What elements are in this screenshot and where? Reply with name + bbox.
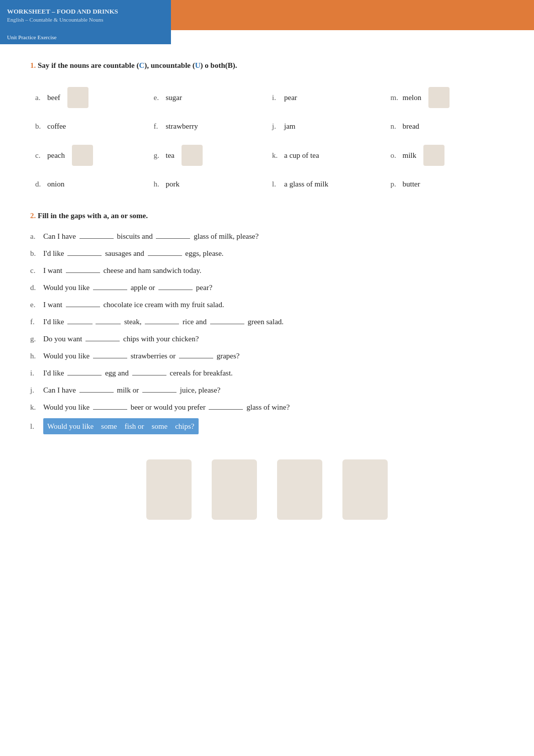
blank-i1 — [67, 367, 102, 375]
ex2-letter-j: j. — [30, 384, 43, 396]
section1-instruction: Say if the nouns are countable (C), unco… — [38, 61, 237, 69]
food-img-block-1 — [146, 459, 192, 520]
food-img-1 — [146, 459, 192, 520]
ex1-word-p: butter — [403, 180, 420, 188]
sub-header: Unit Practice Exercise — [0, 30, 171, 44]
ex2-item-i: i. I'd like egg and cereals for breakfas… — [30, 367, 504, 379]
ex1-word-g: tea — [166, 151, 174, 160]
ex1-item-a: a. beef — [30, 80, 149, 115]
ex1-item-l: l. a glass of milk — [267, 173, 386, 196]
ex1-img-m — [428, 87, 450, 108]
ex1-item-g: g. tea — [149, 138, 268, 173]
ex1-word-d: onion — [47, 180, 64, 188]
ex1-letter-b: b. — [35, 122, 44, 131]
food-img-3 — [277, 459, 322, 520]
header-left: WORKSHEET – FOOD AND DRINKS English – Co… — [0, 0, 171, 30]
ex1-item-b: b. coffee — [30, 115, 149, 138]
blank-d2 — [158, 282, 193, 290]
blank-j1 — [79, 385, 114, 393]
ex2-item-l: l. Would you like some fish or some chip… — [30, 418, 504, 434]
food-img-block-3 — [277, 459, 322, 520]
ex1-letter-i: i. — [272, 93, 281, 102]
ex2-text-g: Do you want chips with your chicken? — [43, 333, 199, 345]
ex2-letter-i: i. — [30, 367, 43, 379]
sub-header-text: Unit Practice Exercise — [7, 34, 56, 40]
ex1-letter-p: p. — [391, 180, 400, 188]
section2-instruction: Fill in the gaps with a, an or some. — [38, 212, 148, 220]
ex1-letter-l: l. — [272, 180, 281, 188]
ex1-item-c: c. peach — [30, 138, 149, 173]
ex2-item-j: j. Can I have milk or juice, please? — [30, 384, 504, 396]
ex2-letter-e: e. — [30, 299, 43, 311]
ex1-word-m: melon — [403, 93, 422, 102]
ex2-letter-f: f. — [30, 316, 43, 328]
blank-a1 — [79, 231, 114, 239]
main-content: 1. Say if the nouns are countable (C), u… — [0, 50, 534, 550]
ex2-item-k: k. Would you like beer or would you pref… — [30, 401, 504, 413]
ex1-letter-j: j. — [272, 122, 281, 131]
ex2-letter-d: d. — [30, 281, 43, 294]
ex1-letter-h: h. — [154, 180, 163, 188]
blank-k2 — [209, 402, 243, 410]
ex1-item-p: p. butter — [386, 173, 504, 196]
ex2-item-b: b. I'd like sausages and eggs, please. — [30, 247, 504, 259]
blank-k1 — [93, 402, 127, 410]
ex1-word-b: coffee — [47, 122, 66, 131]
header-title: WORKSHEET – FOOD AND DRINKS — [7, 8, 164, 16]
food-images-section — [30, 449, 504, 530]
ex1-word-f: strawberry — [166, 122, 198, 131]
ex2-letter-l: l. — [30, 420, 43, 432]
ex2-letter-h: h. — [30, 350, 43, 362]
ex1-item-f: f. strawberry — [149, 115, 268, 138]
ex1-item-i: i. pear — [267, 80, 386, 115]
ex1-item-m: m. melon — [386, 80, 504, 115]
ex1-img-g — [182, 145, 203, 166]
ex2-letter-c: c. — [30, 264, 43, 276]
ex1-item-d: d. onion — [30, 173, 149, 196]
ex1-letter-m: m. — [391, 93, 400, 102]
ex1-word-c: peach — [47, 151, 65, 160]
ex2-letter-a: a. — [30, 230, 43, 242]
ex2-letter-b: b. — [30, 247, 43, 259]
ex2-text-k: Would you like beer or would you prefer … — [43, 401, 290, 413]
ex1-item-n: n. bread — [386, 115, 504, 138]
section2-title: 2. Fill in the gaps with a, an or some. — [30, 211, 504, 221]
blank-d1 — [93, 282, 127, 290]
ex2-text-a: Can I have biscuits and glass of milk, p… — [43, 230, 258, 242]
ex1-letter-e: e. — [154, 93, 163, 102]
section2-list: a. Can I have biscuits and glass of milk… — [30, 230, 504, 434]
header-subtitle: English – Countable & Uncountable Nouns — [7, 17, 164, 23]
blank-j2 — [142, 385, 176, 393]
ex1-word-l: a glass of milk — [284, 180, 328, 188]
blank-g1 — [85, 333, 120, 341]
food-img-4 — [342, 459, 388, 520]
label-c: C — [139, 61, 144, 69]
ex2-text-i: I'd like egg and cereals for breakfast. — [43, 367, 233, 379]
blank-c1 — [66, 265, 100, 273]
ex2-item-f: f. I'd like steak, rice and green salad. — [30, 316, 504, 328]
ex1-letter-g: g. — [154, 151, 163, 160]
ex2-item-d: d. Would you like apple or pear? — [30, 281, 504, 294]
section1: 1. Say if the nouns are countable (C), u… — [30, 60, 504, 196]
ex2-text-e: I want chocolate ice cream with my fruit… — [43, 299, 224, 311]
section1-grid: a. beef e. sugar i. pear m. melon b. cof… — [30, 80, 504, 196]
ex1-word-i: pear — [284, 93, 297, 102]
ex1-word-o: milk — [403, 151, 417, 160]
ex2-letter-g: g. — [30, 333, 43, 345]
ex1-letter-c: c. — [35, 151, 44, 160]
ex1-word-h: pork — [166, 180, 180, 188]
section2: 2. Fill in the gaps with a, an or some. … — [30, 211, 504, 434]
ex2-item-c: c. I want cheese and ham sandwich today. — [30, 264, 504, 276]
ex1-item-j: j. jam — [267, 115, 386, 138]
section1-title: 1. Say if the nouns are countable (C), u… — [30, 60, 504, 71]
header-bar: WORKSHEET – FOOD AND DRINKS English – Co… — [0, 0, 534, 30]
ex1-letter-o: o. — [391, 151, 400, 160]
ex1-word-n: bread — [403, 122, 419, 131]
ex2-text-c: I want cheese and ham sandwich today. — [43, 264, 202, 276]
ex1-img-c — [72, 145, 93, 166]
ex1-item-k: k. a cup of tea — [267, 138, 386, 173]
ex1-word-a: beef — [47, 93, 60, 102]
blank-e1 — [66, 299, 100, 307]
food-img-2 — [212, 459, 257, 520]
ex2-item-e: e. I want chocolate ice cream with my fr… — [30, 299, 504, 311]
